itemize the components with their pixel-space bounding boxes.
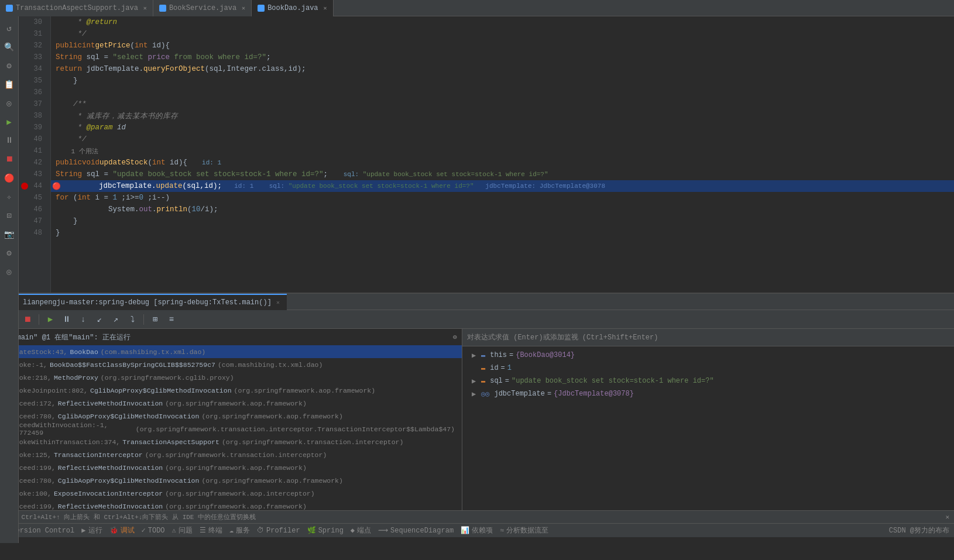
sidebar-settings[interactable]: ⚙ <box>2 59 16 73</box>
tab-close-bookservice[interactable]: ✕ <box>242 5 245 12</box>
sidebar-search[interactable]: 🔍 <box>2 40 16 54</box>
frame-pkg-1: (com.mashibing.tx.xml.dao) <box>218 361 322 369</box>
tab-icon-bookdao <box>258 5 265 12</box>
step-out-btn[interactable]: ↗ <box>109 313 122 326</box>
expand-this[interactable]: ▶ <box>472 351 479 360</box>
expand-sql[interactable]: ▶ <box>472 377 479 386</box>
code-line-37: /** <box>51 98 954 110</box>
sequence-icon: ⟿ <box>378 526 388 535</box>
status-dataflow[interactable]: ≈ 分析数据流至 <box>500 525 548 535</box>
debug-tab-bar: 🐞 lianpengju-master:spring-debug [spring… <box>0 294 954 310</box>
sidebar-star[interactable]: ✧ <box>2 190 16 204</box>
frame-class-7: TransactionAspectSupport <box>122 438 219 446</box>
line-37: 37 <box>19 98 46 110</box>
status-run[interactable]: ▶ 运行 <box>81 525 102 535</box>
sidebar-play[interactable]: ▶ <box>2 115 16 129</box>
frame-class-8: TransactionInterceptor <box>54 451 143 459</box>
frame-pkg-3: (org.springframework.aop.framework) <box>234 387 376 394</box>
frame-item-2[interactable]: invoke:218, MethodProxy (org.springframe… <box>0 371 462 384</box>
frame-item-7[interactable]: invokeWithinTransaction:374, Transaction… <box>0 435 462 448</box>
debug-session-close[interactable]: ✕ <box>276 299 280 306</box>
frame-pkg-9: (org.springframework.aop.framework) <box>165 464 307 472</box>
expand-jdbc[interactable]: ▶ <box>472 390 479 398</box>
code-line-40: */ <box>51 133 954 145</box>
var-name-jdbc: jdbcTemplate <box>494 390 544 398</box>
var-val-id: 1 <box>507 364 512 372</box>
thread-status: ✓ "main" @1 在组"main": 正在运行 ⊜ <box>0 329 462 345</box>
sidebar-stop[interactable]: ⏹ <box>2 152 16 166</box>
brand-text: CSDN @努力的布布 <box>889 525 949 535</box>
tab-transaction[interactable]: TransactionAspectSupport.java ✕ <box>0 0 153 16</box>
status-deps[interactable]: 📊 依赖项 <box>461 525 493 535</box>
frame-item-11[interactable]: invoke:100, ExposeInvocationInterceptor … <box>0 487 462 500</box>
code-line-30: * @return <box>51 16 954 28</box>
frame-item-1[interactable]: invoke:-1, BookDao$$FastClassBySpringCGL… <box>0 358 462 371</box>
status-profiler[interactable]: ⏱ Profiler <box>257 526 300 535</box>
frame-class-11: ExposeInvocationInterceptor <box>54 490 163 497</box>
status-sequence[interactable]: ⟿ SequenceDiagram <box>378 526 454 535</box>
resume-btn[interactable]: ▶ <box>44 313 57 326</box>
frame-pkg-0: (com.mashibing.tx.xml.dao) <box>101 348 205 356</box>
frame-item-12[interactable]: proceed:199, ReflectiveMethodInvocation … <box>0 500 462 510</box>
status-todo[interactable]: ✓ TODO <box>142 526 165 535</box>
line-36: 36 <box>19 87 46 98</box>
threads-btn[interactable]: ≡ <box>165 313 178 326</box>
step-over-btn[interactable]: ↓ <box>77 313 90 326</box>
pause-btn[interactable]: ⏸ <box>60 313 73 326</box>
filter-btn[interactable]: ⊜ <box>453 333 457 342</box>
tab-close-bookdao[interactable]: ✕ <box>324 5 327 12</box>
status-problems[interactable]: ⚠ 问题 <box>172 525 193 535</box>
tab-icon-transaction <box>6 5 13 12</box>
frame-item-3[interactable]: invokeJoinpoint:802, CglibAopProxy$Cglib… <box>0 384 462 397</box>
frame-item-9[interactable]: proceed:199, ReflectiveMethodInvocation … <box>0 461 462 474</box>
var-this[interactable]: ▶ ▬ this = {BookDao@3014} <box>462 349 954 362</box>
status-services[interactable]: ☁ 服务 <box>229 525 250 535</box>
hint-close[interactable]: ✕ <box>945 513 949 521</box>
sidebar-camera[interactable]: 📷 <box>2 227 16 241</box>
sidebar-rerun[interactable]: ↺ <box>2 21 16 35</box>
frame-item-0[interactable]: updateStock:43, BookDao (com.mashibing.t… <box>0 345 462 358</box>
status-spring[interactable]: 🌿 Spring <box>307 526 344 535</box>
line-35: 35 <box>19 75 46 87</box>
status-terminal[interactable]: ☰ 终端 <box>200 525 222 535</box>
sidebar-pause[interactable]: ⏸ <box>2 133 16 147</box>
sidebar-breakpoint[interactable]: 🔴 <box>2 171 16 185</box>
frame-item-6[interactable]: proceedWithInvocation:-1, 321772459 (org… <box>0 422 462 435</box>
sidebar-clipboard[interactable]: 📋 <box>2 77 16 91</box>
debug-session-tab[interactable]: lianpengju-master:spring-debug [spring-d… <box>16 294 287 310</box>
frame-item-8[interactable]: invoke:125, TransactionInterceptor (org.… <box>0 448 462 461</box>
code-line-43: String sql = "update book_stock set stoc… <box>51 169 954 180</box>
code-line-32: public int getPrice(int id){ <box>51 40 954 51</box>
frame-pkg-7: (org.springframework.transaction.interce… <box>222 438 404 446</box>
spring-label: Spring <box>318 527 344 535</box>
tab-bookdao[interactable]: BookDao.java ✕ <box>252 0 333 16</box>
var-val-sql: "update book_stock set stock=stock-1 whe… <box>512 377 714 385</box>
frame-item-4[interactable]: proceed:172, ReflectiveMethodInvocation … <box>0 397 462 410</box>
step-into-btn[interactable]: ↙ <box>93 313 106 326</box>
var-eq-jdbc: = <box>547 390 551 398</box>
tab-label-bookdao: BookDao.java <box>267 4 318 12</box>
tab-close-transaction[interactable]: ✕ <box>143 5 147 12</box>
spring-icon: 🌿 <box>307 526 316 535</box>
stop-btn[interactable]: ⏹ <box>21 313 34 326</box>
frames-btn[interactable]: ⊞ <box>149 313 162 326</box>
status-debug[interactable]: 🐞 调试 <box>109 525 135 535</box>
sidebar-circle[interactable]: ◎ <box>2 264 16 279</box>
var-jdbc[interactable]: ▶ ◎◎ jdbcTemplate = {JdbcTemplate@3078} <box>462 387 954 400</box>
sidebar-target[interactable]: ◎ <box>2 96 16 110</box>
status-endpoints[interactable]: ◆ 端点 <box>351 525 371 535</box>
sidebar-grid[interactable]: ⊡ <box>2 208 16 222</box>
terminal-label: 终端 <box>208 525 222 535</box>
frame-class-2: MethodProxy <box>54 374 98 382</box>
line-gutter: 30 31 32 33 34 35 36 37 38 39 40 41 42 4… <box>19 16 51 293</box>
var-sql[interactable]: ▶ ▬ sql = "update book_stock set stock=s… <box>462 375 954 387</box>
line-34: 34 <box>19 63 46 75</box>
frame-item-10[interactable]: proceed:780, CglibAopProxy$CglibMethodIn… <box>0 474 462 487</box>
sidebar-gear2[interactable]: ⚙ <box>2 246 16 260</box>
var-id[interactable]: ▬ id = 1 <box>462 362 954 375</box>
tab-bookservice[interactable]: BookService.java ✕ <box>153 0 252 16</box>
run-to-cursor-btn[interactable]: ⤵ <box>126 313 139 326</box>
frame-num-3: invokeJoinpoint:802, <box>7 387 88 394</box>
frame-item-5[interactable]: proceed:780, CglibAopProxy$CglibMethodIn… <box>0 410 462 422</box>
code-line-38: * 减库存，减去某本书的库存 <box>51 110 954 122</box>
